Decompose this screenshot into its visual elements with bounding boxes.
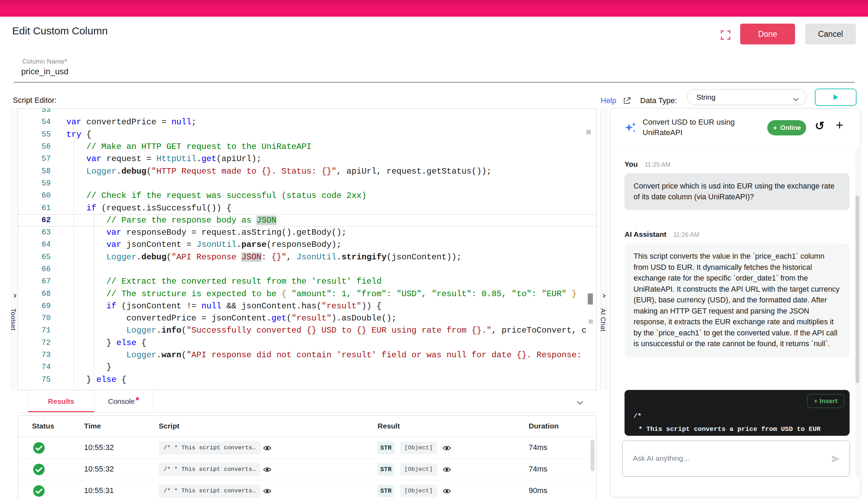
- code-line[interactable]: 68 // The structure is expected to be { …: [18, 288, 596, 300]
- code-line[interactable]: 54var convertedPrice = null;: [18, 116, 596, 128]
- code-line[interactable]: 56 // Make an HTTP GET request to the Un…: [18, 141, 596, 153]
- row-duration: 74ms: [529, 465, 547, 474]
- script-preview-chip: /* * This script converts…: [159, 484, 261, 498]
- line-number: 53: [18, 108, 51, 114]
- code-line[interactable]: 57 var request = HttpUtil.get(apiUrl);: [18, 153, 596, 165]
- chevron-right-icon[interactable]: [601, 293, 607, 300]
- column-name-underline: [14, 82, 854, 83]
- code-line[interactable]: 67 // Extract the converted result from …: [18, 275, 596, 288]
- ask-ai-input[interactable]: [633, 441, 827, 476]
- code-line[interactable]: 53: [18, 108, 596, 116]
- table-row: 10:55:31/* * This script converts…STR[Ob…: [18, 480, 596, 500]
- code-line[interactable]: 70 convertedPrice = jsonContent.get("res…: [18, 312, 596, 324]
- code-line[interactable]: 60 // Check if the request was successfu…: [18, 190, 596, 202]
- cancel-button[interactable]: Cancel: [805, 24, 856, 44]
- view-result-eye-icon[interactable]: [443, 487, 451, 497]
- chevron-right-icon[interactable]: [12, 293, 18, 300]
- view-script-eye-icon[interactable]: [263, 465, 272, 475]
- view-result-eye-icon[interactable]: [443, 444, 451, 454]
- chat-title-line1: Convert USD to EUR using: [643, 117, 735, 127]
- user-message-time: 11:25 AM: [645, 161, 671, 168]
- toolset-rail[interactable]: [11, 108, 18, 390]
- code-line[interactable]: 63 var responseBody = request.asString()…: [18, 226, 596, 239]
- code-line[interactable]: 55try {: [18, 128, 596, 141]
- editor-scrollbar-thumb[interactable]: [588, 293, 593, 305]
- send-icon[interactable]: [831, 454, 841, 465]
- view-result-eye-icon[interactable]: [443, 465, 451, 475]
- ai-chat-rail[interactable]: [600, 108, 607, 390]
- code-line[interactable]: 65 Logger.debug("API Response JSON: {}",…: [18, 251, 596, 263]
- result-value-chip: [Object]: [400, 485, 437, 497]
- script-preview-chip: /* * This script converts…: [159, 463, 261, 476]
- line-number: 74: [18, 363, 51, 372]
- line-number: 68: [18, 290, 51, 298]
- column-name-input[interactable]: price_in_usd: [21, 67, 68, 76]
- script-preview-chip: /* * This script converts…: [159, 441, 261, 455]
- col-header-status: Status: [32, 422, 54, 430]
- line-number: 64: [18, 240, 51, 249]
- ai-chat-rail-label[interactable]: AI Chat: [599, 308, 607, 332]
- history-icon[interactable]: ↺: [815, 119, 825, 133]
- chat-title-line2: UniRateAPI: [643, 127, 735, 138]
- code-line[interactable]: 72 } else {: [18, 337, 596, 349]
- result-type-badge: STR: [378, 463, 394, 476]
- chat-scrollbar-thumb[interactable]: [855, 195, 859, 383]
- code-line[interactable]: 73 Logger.warn("API response did not con…: [18, 349, 596, 361]
- sparkle-icon: [772, 125, 778, 131]
- table-row: 10:55:32/* * This script converts…STR[Ob…: [18, 437, 596, 459]
- ai-assistant-label: AI Assistant: [625, 230, 667, 238]
- line-number: 60: [18, 191, 51, 200]
- line-number: 67: [18, 277, 51, 286]
- ai-message-bubble: This script converts the value in the `p…: [625, 243, 850, 357]
- line-number: 63: [18, 228, 51, 237]
- indent-guide: [74, 140, 74, 385]
- code-block-line2: * This script converts a price from USD …: [638, 425, 821, 433]
- line-number: 61: [18, 204, 51, 212]
- results-rows: 10:55:32/* * This script converts…STR[Ob…: [18, 437, 596, 500]
- help-link[interactable]: Help: [601, 96, 616, 105]
- online-status-text: Online: [780, 124, 801, 132]
- tab-results[interactable]: Results: [28, 390, 94, 412]
- code-line[interactable]: 58 Logger.debug("HTTP Request made to {}…: [18, 165, 596, 177]
- code-line[interactable]: 61 if (request.isSuccessful()) {: [18, 202, 596, 214]
- results-scrollbar-thumb[interactable]: [590, 440, 595, 471]
- ai-chat-panel: Convert USD to EUR using UniRateAPI Onli…: [610, 108, 860, 497]
- line-number: 66: [18, 265, 51, 274]
- row-time: 10:55:32: [84, 465, 114, 474]
- code-line[interactable]: 71 Logger.info("Successfully converted {…: [18, 324, 596, 336]
- code-line[interactable]: 75 } else {: [18, 374, 596, 386]
- code-line[interactable]: 74 }: [18, 361, 596, 373]
- line-number: 57: [18, 155, 51, 163]
- run-script-button[interactable]: [815, 89, 857, 106]
- col-header-time: Time: [84, 422, 101, 430]
- view-script-eye-icon[interactable]: [263, 487, 272, 497]
- col-header-result: Result: [378, 422, 400, 430]
- code-line[interactable]: 59: [18, 177, 596, 190]
- collapse-panel-chevron-icon[interactable]: [577, 400, 583, 406]
- line-number: 72: [18, 339, 51, 347]
- code-line[interactable]: 62 // Parse the response body as JSON: [18, 214, 596, 226]
- results-panel: Status Time Script Result Duration 10:55…: [18, 415, 597, 500]
- overview-ruler-mark: [586, 130, 591, 134]
- data-type-select[interactable]: String: [687, 89, 807, 105]
- fullscreen-icon[interactable]: [720, 29, 731, 41]
- done-button[interactable]: Done: [740, 24, 795, 44]
- external-link-icon[interactable]: [623, 97, 631, 106]
- line-number: 55: [18, 130, 51, 139]
- result-value-chip: [Object]: [400, 463, 437, 476]
- view-script-eye-icon[interactable]: [263, 444, 272, 454]
- line-number: 69: [18, 302, 51, 310]
- code-line[interactable]: 69 if (jsonContent != null && jsonConten…: [18, 300, 596, 312]
- tab-console[interactable]: Console: [94, 390, 153, 412]
- script-editor[interactable]: 5354var convertedPrice = null;55try {56 …: [18, 108, 597, 390]
- insert-code-button[interactable]: + Insert: [807, 394, 844, 408]
- code-line[interactable]: 64 var jsonContent = JsonUtil.parse(resp…: [18, 239, 596, 251]
- toolset-rail-label[interactable]: Toolset: [9, 308, 17, 331]
- column-name-label-text: Column Name: [22, 58, 64, 65]
- line-number: 56: [18, 142, 51, 151]
- console-notification-dot: [136, 397, 139, 400]
- row-time: 10:55:31: [84, 486, 114, 495]
- code-line[interactable]: 66: [18, 263, 596, 275]
- column-name-label: Column Name*: [22, 58, 67, 65]
- new-chat-plus-icon[interactable]: +: [836, 118, 843, 133]
